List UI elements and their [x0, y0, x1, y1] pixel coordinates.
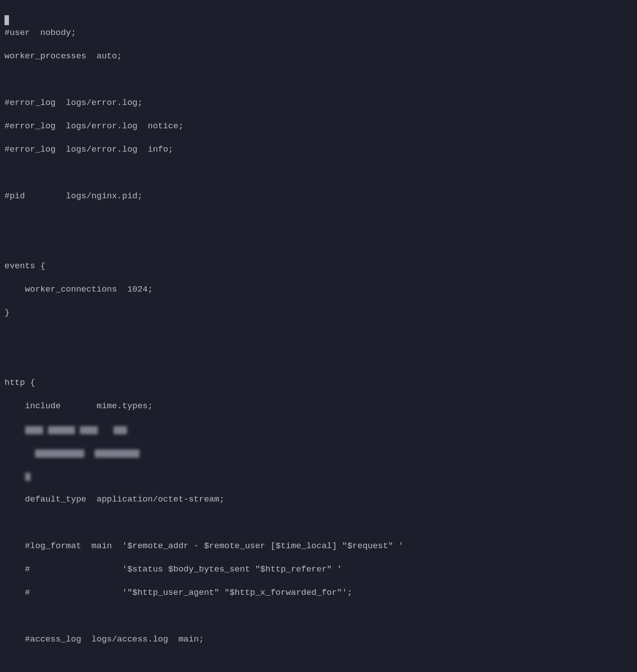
- code-line: [4, 353, 633, 365]
- code-line: #error_log logs/error.log;: [4, 97, 633, 109]
- code-line: # '"$http_user_agent" "$http_x_forwarded…: [4, 587, 633, 598]
- code-line: [4, 657, 633, 668]
- redacted-line: [4, 470, 633, 482]
- redacted-line: [4, 423, 633, 435]
- code-line: [4, 610, 633, 622]
- code-line: [4, 517, 633, 528]
- code-line: #pid logs/nginx.pid;: [4, 190, 633, 202]
- code-line: [4, 74, 633, 85]
- code-line: }: [4, 307, 633, 319]
- code-line: events {: [4, 260, 633, 272]
- code-editor[interactable]: #user nobody; worker_processes auto; #er…: [0, 0, 637, 672]
- code-line: # '$status $body_bytes_sent "$http_refer…: [4, 563, 633, 575]
- code-line: include mime.types;: [4, 400, 633, 412]
- code-line: [4, 214, 633, 225]
- code-line: [4, 167, 633, 179]
- code-line: [4, 330, 633, 342]
- text-cursor: [4, 15, 9, 25]
- code-line: [4, 237, 633, 249]
- code-line: http {: [4, 377, 633, 388]
- code-line: worker_connections 1024;: [4, 284, 633, 295]
- code-line: #access_log logs/access.log main;: [4, 633, 633, 645]
- code-line: #error_log logs/error.log notice;: [4, 120, 633, 132]
- code-line: #log_format main '$remote_addr - $remote…: [4, 540, 633, 552]
- code-line: #user nobody;: [4, 27, 633, 39]
- code-line: #error_log logs/error.log info;: [4, 144, 633, 155]
- code-line: worker_processes auto;: [4, 50, 633, 62]
- code-line: default_type application/octet-stream;: [4, 493, 633, 505]
- redacted-line: [4, 447, 633, 458]
